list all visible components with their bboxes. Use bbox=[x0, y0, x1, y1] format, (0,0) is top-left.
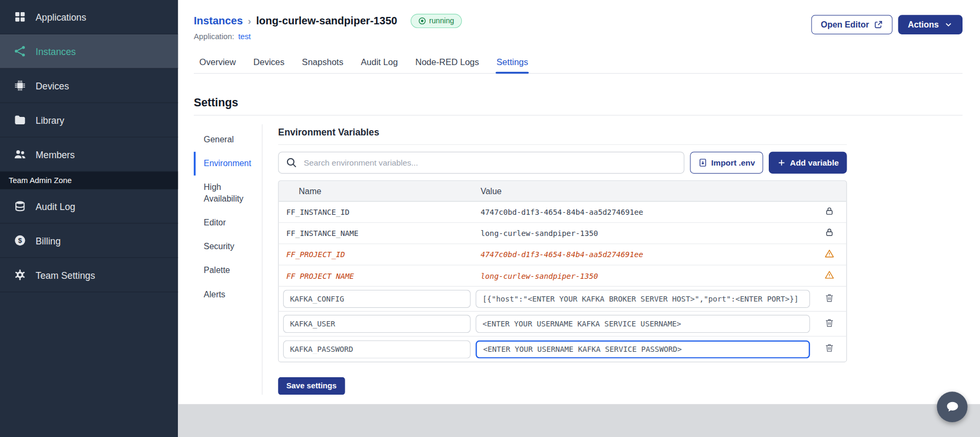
settings-nav-palette[interactable]: Palette bbox=[194, 259, 262, 283]
sidebar-item-label: Team Settings bbox=[35, 269, 95, 280]
env-name-input[interactable] bbox=[283, 290, 471, 308]
sidebar-item-audit-log[interactable]: Audit Log bbox=[0, 189, 178, 224]
warning-icon bbox=[824, 270, 834, 281]
env-var-value: 4747c0bd-d1f3-4654-84b4-aa5d274691ee bbox=[471, 208, 812, 217]
gear-icon bbox=[14, 269, 26, 281]
application-link[interactable]: test bbox=[238, 32, 251, 41]
settings-title: Settings bbox=[194, 96, 963, 110]
env-toolbar: Import .env Add variable bbox=[278, 152, 847, 174]
env-panel-title: Environment Variables bbox=[278, 127, 847, 145]
folder-icon bbox=[14, 114, 26, 126]
breadcrumb-instances-link[interactable]: Instances bbox=[194, 15, 243, 28]
warning-icon bbox=[824, 249, 834, 260]
table-row bbox=[279, 336, 847, 361]
app-root: Applications Instances Devices Library M… bbox=[0, 0, 980, 437]
tab-devices[interactable]: Devices bbox=[253, 51, 285, 73]
env-var-name: FF_PROJECT_NAME bbox=[279, 271, 471, 280]
tab-audit-log[interactable]: Audit Log bbox=[360, 51, 398, 73]
tab-settings[interactable]: Settings bbox=[496, 51, 529, 73]
tab-node-red-logs[interactable]: Node-RED Logs bbox=[415, 51, 480, 73]
external-link-icon bbox=[874, 20, 884, 30]
actions-button[interactable]: Actions bbox=[898, 15, 963, 34]
env-value-input[interactable] bbox=[475, 315, 810, 333]
dollar-icon: $ bbox=[14, 234, 26, 247]
sidebar-item-devices[interactable]: Devices bbox=[0, 69, 178, 103]
env-variables-table: Name Value FF_INSTANCE_ID 4747c0bd-d1f3-… bbox=[278, 180, 847, 362]
settings-nav-editor[interactable]: Editor bbox=[194, 211, 262, 235]
page-header: Instances › long-curlew-sandpiper-1350 r… bbox=[178, 0, 980, 41]
env-var-name: FF_PROJECT_ID bbox=[279, 250, 471, 259]
open-editor-button[interactable]: Open Editor bbox=[812, 15, 893, 34]
sidebar: Applications Instances Devices Library M… bbox=[0, 0, 178, 437]
chat-bubble-icon bbox=[945, 399, 959, 414]
environment-panel: Environment Variables Import .env bbox=[263, 124, 963, 395]
sidebar-item-billing[interactable]: $ Billing bbox=[0, 224, 178, 258]
column-header-value: Value bbox=[471, 186, 812, 196]
search-input[interactable] bbox=[278, 152, 684, 174]
search-icon bbox=[285, 157, 297, 168]
table-row: FF_INSTANCE_ID 4747c0bd-d1f3-4654-84b4-a… bbox=[279, 202, 847, 223]
sidebar-item-instances[interactable]: Instances bbox=[0, 34, 178, 69]
import-env-label: Import .env bbox=[711, 158, 755, 168]
actions-label: Actions bbox=[908, 20, 939, 30]
settings-nav-security[interactable]: Security bbox=[194, 235, 262, 259]
table-row: FF_INSTANCE_NAME long-curlew-sandpiper-1… bbox=[279, 223, 847, 244]
env-var-name: FF_INSTANCE_ID bbox=[279, 208, 471, 217]
breadcrumb-separator: › bbox=[248, 15, 251, 26]
table-row bbox=[279, 312, 847, 336]
chip-icon bbox=[14, 79, 26, 92]
env-var-name: FF_INSTANCE_NAME bbox=[279, 229, 471, 238]
env-var-value: long-curlew-sandpiper-1350 bbox=[471, 271, 812, 280]
search-box bbox=[278, 152, 684, 174]
sidebar-item-team-settings[interactable]: Team Settings bbox=[0, 258, 178, 293]
page-title: long-curlew-sandpiper-1350 bbox=[256, 15, 398, 28]
open-editor-label: Open Editor bbox=[821, 20, 869, 30]
tab-snapshots[interactable]: Snapshots bbox=[301, 51, 344, 73]
chevron-down-icon bbox=[944, 20, 954, 30]
save-settings-button[interactable]: Save settings bbox=[278, 377, 345, 395]
tab-overview[interactable]: Overview bbox=[199, 51, 236, 73]
instances-icon bbox=[14, 45, 26, 58]
table-row: FF_PROJECT_ID 4747c0bd-d1f3-4654-84b4-aa… bbox=[279, 244, 847, 266]
running-status-icon bbox=[418, 16, 426, 24]
sidebar-item-label: Instances bbox=[35, 46, 76, 57]
header-actions: Open Editor Actions bbox=[812, 15, 963, 34]
trash-icon[interactable] bbox=[824, 293, 834, 305]
sidebar-item-applications[interactable]: Applications bbox=[0, 0, 178, 34]
settings-nav-environment[interactable]: Environment bbox=[194, 152, 262, 176]
settings-nav-general[interactable]: General bbox=[194, 128, 262, 152]
chat-widget-button[interactable] bbox=[937, 392, 968, 422]
settings-nav: General Environment High Availability Ed… bbox=[194, 124, 263, 395]
env-value-input[interactable] bbox=[475, 340, 810, 358]
env-var-value: long-curlew-sandpiper-1350 bbox=[471, 229, 812, 238]
add-variable-button[interactable]: Add variable bbox=[769, 152, 847, 174]
trash-icon[interactable] bbox=[824, 343, 834, 356]
add-variable-label: Add variable bbox=[790, 158, 839, 168]
settings-section: Settings General Environment High Availa… bbox=[178, 74, 980, 395]
plus-icon bbox=[777, 158, 786, 168]
breadcrumb: Instances › long-curlew-sandpiper-1350 r… bbox=[194, 14, 462, 28]
lock-icon bbox=[824, 227, 834, 239]
sidebar-item-label: Library bbox=[35, 115, 64, 125]
env-name-input[interactable] bbox=[283, 340, 471, 358]
page-footer-area bbox=[178, 404, 980, 437]
settings-divider bbox=[194, 115, 963, 115]
column-header-name: Name bbox=[279, 186, 471, 196]
trash-icon[interactable] bbox=[824, 317, 834, 330]
env-name-input[interactable] bbox=[283, 315, 471, 333]
import-file-icon bbox=[698, 158, 707, 168]
table-header: Name Value bbox=[279, 181, 847, 202]
application-label: Application: bbox=[194, 32, 234, 41]
settings-nav-alerts[interactable]: Alerts bbox=[194, 283, 262, 306]
env-var-value: 4747c0bd-d1f3-4654-84b4-aa5d274691ee bbox=[471, 250, 812, 259]
import-env-button[interactable]: Import .env bbox=[690, 152, 763, 174]
status-badge: running bbox=[410, 14, 462, 28]
settings-nav-high-availability[interactable]: High Availability bbox=[194, 176, 262, 211]
table-row bbox=[279, 287, 847, 312]
env-value-input[interactable] bbox=[475, 290, 810, 308]
tab-bar: Overview Devices Snapshots Audit Log Nod… bbox=[194, 51, 963, 74]
application-row: Application: test bbox=[194, 32, 462, 41]
sidebar-item-library[interactable]: Library bbox=[0, 103, 178, 138]
table-row: FF_PROJECT_NAME long-curlew-sandpiper-13… bbox=[279, 266, 847, 287]
sidebar-item-members[interactable]: Members bbox=[0, 138, 178, 172]
